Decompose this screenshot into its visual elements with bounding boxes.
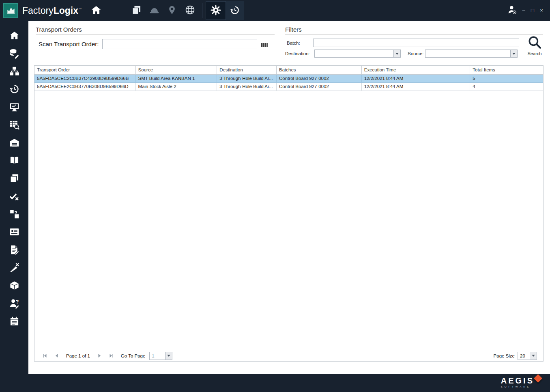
previous-page-icon bbox=[54, 353, 59, 358]
sidebar-item-document-edit[interactable] bbox=[7, 244, 21, 255]
user-logout-icon bbox=[507, 4, 518, 17]
first-page-button[interactable] bbox=[42, 353, 48, 359]
source-dropdown-arrow[interactable] bbox=[510, 50, 517, 57]
cell-execution-time: 12/2/2021 8:44 AM bbox=[362, 75, 471, 82]
page-size-dropdown-arrow[interactable] bbox=[530, 352, 537, 360]
column-header-total-items[interactable]: Total Items bbox=[470, 66, 543, 74]
sidebar-item-report-calendar[interactable] bbox=[7, 316, 21, 327]
next-page-button[interactable] bbox=[97, 353, 103, 359]
brand-factory: Factory bbox=[22, 5, 54, 16]
check-x-icon bbox=[9, 191, 20, 202]
page-size-label: Page Size bbox=[494, 353, 515, 358]
documents-icon bbox=[131, 4, 142, 17]
pagination-bar: Page 1 of 1 Go To Page 1 Page Size bbox=[34, 350, 543, 361]
last-page-icon bbox=[109, 353, 114, 358]
trademark: ™ bbox=[78, 7, 82, 11]
column-header-batches[interactable]: Batches bbox=[277, 66, 362, 74]
cell-source: Main Stock Aisle 2 bbox=[136, 83, 217, 90]
sidebar-item-book[interactable] bbox=[7, 155, 21, 166]
location-button[interactable] bbox=[163, 2, 181, 19]
warehouse-icon bbox=[9, 137, 20, 148]
sidebar-item-task-check[interactable] bbox=[7, 191, 21, 202]
scan-transport-order-label: Scan Transport Order: bbox=[39, 41, 99, 47]
destination-dropdown[interactable] bbox=[314, 50, 401, 58]
hardhat-button[interactable] bbox=[145, 2, 163, 19]
search-button[interactable]: Search bbox=[524, 35, 545, 56]
gear-icon bbox=[210, 4, 221, 17]
sidebar-item-copy[interactable] bbox=[7, 173, 21, 184]
sidebar-item-history[interactable] bbox=[7, 84, 21, 95]
cell-destination: 3 Through-Hole Build Ar... bbox=[217, 75, 277, 82]
destination-dropdown-arrow[interactable] bbox=[393, 50, 400, 57]
package-icon bbox=[9, 280, 20, 291]
home-icon bbox=[90, 4, 102, 17]
batch-label: Batch: bbox=[287, 41, 300, 45]
go-to-page-dropdown[interactable]: 1 bbox=[149, 352, 172, 360]
sidebar-item-monitor[interactable] bbox=[7, 101, 21, 112]
maximize-button[interactable]: □ bbox=[528, 6, 537, 15]
page-size-dropdown[interactable]: 20 bbox=[518, 352, 537, 360]
hardhat-icon bbox=[149, 4, 160, 17]
sidebar-item-warehouse[interactable] bbox=[7, 137, 21, 148]
titlebar-right: – □ × bbox=[505, 2, 546, 19]
document-edit-icon bbox=[9, 244, 20, 255]
column-header-destination[interactable]: Destination bbox=[217, 66, 277, 74]
sidebar-item-design-check[interactable] bbox=[7, 262, 21, 273]
table-search-icon bbox=[9, 119, 20, 130]
source-dropdown[interactable] bbox=[425, 50, 518, 58]
footer-bar: AEGIS SOFTWARE bbox=[0, 374, 550, 392]
source-value bbox=[425, 50, 510, 57]
destination-label: Destination: bbox=[285, 51, 310, 56]
column-header-execution-time[interactable]: Execution Time bbox=[362, 66, 471, 74]
toolbar-separator bbox=[202, 3, 202, 18]
sidebar-item-home[interactable] bbox=[7, 30, 21, 41]
table-row[interactable]: 5A5FDA5CEC2C0B37C42908D9B599D66B SMT Bui… bbox=[34, 75, 543, 83]
sidebar: ? bbox=[0, 21, 28, 374]
cell-transport-order: 5A5FDA5CEC2C0B37C42908D9B599D66B bbox=[34, 75, 136, 82]
go-to-page-dropdown-arrow[interactable] bbox=[165, 352, 172, 360]
table-row[interactable]: 5A5FDA5CEE2C0B3770B308D9B599D66D Main St… bbox=[34, 83, 543, 91]
filters-title: Filters bbox=[285, 26, 302, 33]
home-icon bbox=[9, 30, 20, 41]
sidebar-item-data-edit[interactable] bbox=[7, 48, 21, 59]
search-icon bbox=[527, 35, 542, 51]
go-to-page-label: Go To Page bbox=[121, 353, 146, 358]
home-button[interactable] bbox=[87, 2, 105, 19]
cell-total-items: 4 bbox=[470, 83, 543, 90]
main-content: Transport Orders Filters Scan Transport … bbox=[28, 21, 550, 374]
last-page-button[interactable] bbox=[108, 353, 114, 359]
workflow-icon bbox=[9, 66, 20, 77]
history-button[interactable] bbox=[226, 1, 244, 20]
scan-transport-order-input[interactable] bbox=[102, 39, 257, 49]
minimize-button[interactable]: – bbox=[519, 6, 528, 15]
user-logout-button[interactable] bbox=[505, 2, 519, 19]
sidebar-item-transfer[interactable] bbox=[7, 209, 21, 220]
transport-orders-title: Transport Orders bbox=[36, 26, 82, 33]
chart-logo-icon bbox=[6, 5, 16, 16]
sidebar-item-package-out[interactable] bbox=[7, 280, 21, 291]
database-edit-icon bbox=[9, 48, 20, 59]
column-header-transport-order[interactable]: Transport Order bbox=[34, 66, 136, 74]
close-button[interactable]: × bbox=[537, 6, 546, 15]
sidebar-item-user-question[interactable]: ? bbox=[7, 298, 21, 309]
app-logo bbox=[3, 3, 18, 18]
sidebar-item-workflow[interactable] bbox=[7, 66, 21, 77]
column-header-source[interactable]: Source bbox=[136, 66, 217, 74]
previous-page-button[interactable] bbox=[54, 353, 60, 359]
documents-button[interactable] bbox=[127, 2, 145, 19]
location-pin-icon bbox=[167, 5, 177, 17]
transfer-icon bbox=[9, 209, 20, 220]
sidebar-item-table-search[interactable] bbox=[7, 119, 21, 130]
aegis-diamond-icon bbox=[534, 374, 542, 383]
batch-input[interactable] bbox=[313, 39, 519, 47]
page-size-value: 20 bbox=[518, 352, 530, 360]
globe-button[interactable] bbox=[181, 2, 199, 19]
monitor-icon bbox=[9, 101, 20, 112]
report-calendar-icon bbox=[9, 316, 20, 327]
page-size-group: Page Size 20 bbox=[494, 352, 537, 360]
globe-icon bbox=[185, 4, 196, 17]
sidebar-item-form-card[interactable] bbox=[7, 226, 21, 237]
source-label: Source: bbox=[408, 51, 424, 56]
aegis-logo: AEGIS SOFTWARE bbox=[501, 376, 541, 388]
settings-button[interactable] bbox=[206, 1, 226, 20]
